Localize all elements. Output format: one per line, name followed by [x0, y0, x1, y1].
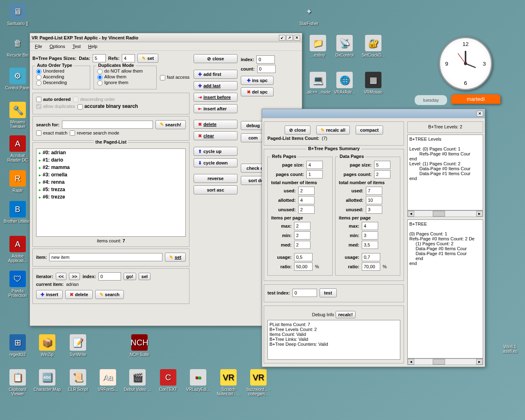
data-page-size[interactable]: [374, 161, 390, 169]
test-index-input[interactable]: [292, 289, 317, 297]
del-spc-button[interactable]: ✖del spc: [241, 87, 274, 96]
search-button[interactable]: ✎search!: [155, 120, 186, 129]
data-usage[interactable]: [362, 253, 380, 261]
data-med[interactable]: [362, 241, 378, 249]
scrollbar[interactable]: ◄►: [407, 210, 483, 217]
close-button-2[interactable]: ⊘close: [194, 54, 237, 63]
accurate-check[interactable]: accurate binary search: [78, 103, 138, 110]
minimize-button[interactable]: ↙: [279, 35, 285, 41]
order-descending[interactable]: Descending: [36, 80, 67, 85]
data-unused[interactable]: [366, 205, 382, 214]
maximize-button[interactable]: ↗: [286, 35, 293, 41]
reverse-button[interactable]: reverse: [194, 174, 237, 183]
list-item[interactable]: #4: renna: [37, 178, 185, 186]
desktop-icon[interactable]: ■■VRLazyEdi...: [184, 369, 212, 392]
sel-button[interactable]: sel: [139, 273, 151, 280]
go-button[interactable]: go!: [123, 273, 136, 280]
titlebar[interactable]: ✕: [262, 109, 485, 118]
desktop-icon[interactable]: 📦WinZip: [33, 334, 62, 357]
clear-button[interactable]: ✖clear: [194, 131, 237, 140]
menu-help[interactable]: Help: [85, 43, 101, 50]
desktop-icon[interactable]: 🔤Character Map: [33, 369, 62, 392]
allow-dup-check[interactable]: allow duplicates: [36, 104, 75, 110]
cycle-down-button[interactable]: ⬇cycle down: [194, 158, 237, 167]
data-used[interactable]: [366, 187, 382, 195]
add-last-button[interactable]: ✚add last: [194, 81, 237, 90]
list-item[interactable]: #6: trezze: [37, 193, 185, 201]
desktop-icon[interactable]: VRScratch Notes.txt - ...: [214, 369, 243, 396]
list-item[interactable]: #0: adrian: [37, 149, 185, 156]
menu-file[interactable]: File: [32, 43, 46, 50]
add-first-button[interactable]: ✚add first: [194, 70, 237, 79]
order-ascending[interactable]: Ascending: [36, 74, 64, 79]
list-item[interactable]: #2: mamma: [37, 164, 185, 171]
desktop-icon[interactable]: CConTEXT: [154, 369, 183, 392]
desktop-icon[interactable]: 🛡Panda Protection: [3, 271, 32, 298]
refs-unused[interactable]: [298, 205, 315, 214]
index-input[interactable]: [98, 272, 121, 281]
scrollbar[interactable]: ◄►: [407, 358, 483, 365]
reverse-search-check[interactable]: reverse search mode: [70, 130, 119, 136]
delete-button[interactable]: ✖delete: [65, 290, 93, 299]
desktop-icon[interactable]: 💻..alc++ ..nsole: [304, 72, 332, 94]
list-item[interactable]: #3: ornella: [37, 171, 185, 178]
desktop-icon[interactable]: 🔐SetCrackD...: [359, 35, 388, 57]
recalc-all-button[interactable]: ✎recalc all: [316, 126, 350, 135]
desktop-icon[interactable]: AaVRFontS...: [94, 369, 122, 392]
rr-count-input[interactable]: [257, 65, 276, 73]
search-input[interactable]: [62, 121, 153, 129]
desktop-icon[interactable]: 📡DxControl: [330, 35, 359, 57]
list-item[interactable]: #5: trezza: [37, 186, 185, 193]
cycle-up-button[interactable]: ⬆cycle up: [194, 147, 237, 156]
refs-pages-count[interactable]: [306, 170, 323, 178]
refs-usage[interactable]: [294, 253, 313, 261]
compact-button[interactable]: compact: [356, 126, 383, 135]
iter-prev-button[interactable]: <<: [56, 273, 67, 280]
rr-index-input[interactable]: [256, 55, 275, 64]
dup-not-allow[interactable]: do NOT allow them: [97, 68, 143, 73]
insert-button[interactable]: ✚insert: [36, 290, 63, 299]
titlebar[interactable]: VRPaged-List EXP Test Applic - by Vincen…: [30, 33, 302, 42]
desktop-icon[interactable]: VRbuzzword... - collegam...: [244, 369, 273, 396]
close-button[interactable]: ✕: [294, 35, 300, 41]
insert-after-button[interactable]: ⇤insert after: [194, 104, 237, 113]
menu-options[interactable]: Options: [46, 43, 68, 50]
delete-button-2[interactable]: ✖delete: [194, 120, 237, 129]
refs-allotted[interactable]: [298, 196, 315, 204]
desktop-icon[interactable]: 📁...estiny: [304, 35, 332, 57]
list-item[interactable]: #1: dario: [37, 156, 185, 164]
insert-before-button[interactable]: ⇥insert before: [194, 93, 237, 102]
data-allotted[interactable]: [366, 196, 382, 204]
close-button-3[interactable]: ⊘close: [285, 126, 310, 135]
data-ratio[interactable]: [362, 262, 380, 271]
tree1-output[interactable]: B+TREE Levels Level: (0) Pages Count: 1 …: [407, 135, 483, 210]
order-unordered[interactable]: Unordered: [36, 68, 64, 73]
desktop-icon[interactable]: ✦StarFisher: [294, 3, 323, 26]
desktop-icon[interactable]: AAcrobat Reader DC: [3, 135, 32, 162]
iter-next-button[interactable]: >>: [69, 273, 80, 280]
desktop-icon[interactable]: Win8.1 .ass8.eu: [495, 345, 524, 354]
menu-test[interactable]: Test: [69, 43, 84, 50]
set-sizes-button[interactable]: ✎set: [137, 54, 158, 63]
desktop-icon[interactable]: AAdobe Applicati...: [3, 236, 32, 263]
data-min[interactable]: [362, 231, 378, 240]
desktop-icon[interactable]: 📜CLR Script: [64, 369, 92, 392]
refs-med[interactable]: [294, 241, 310, 249]
item-input[interactable]: [49, 253, 162, 261]
sort-asc-button[interactable]: sort asc: [194, 185, 237, 194]
refs-min[interactable]: [294, 231, 310, 240]
desktop-icon[interactable]: NCHNCH Suite: [125, 334, 154, 357]
refs-max[interactable]: [294, 222, 310, 230]
desktop-icon[interactable]: 🌐VRAxAstr...: [330, 72, 359, 94]
refs-used[interactable]: [298, 187, 315, 195]
search-button-2[interactable]: ✎search: [95, 290, 124, 299]
desktop-icon[interactable]: 🖥Santuario ][: [3, 3, 32, 26]
exact-match-check[interactable]: exact match: [36, 130, 67, 136]
desktop-icon[interactable]: 📋Clipboard Viewer: [3, 369, 32, 396]
desktop-icon[interactable]: 🗑Recycle Bin: [3, 35, 32, 57]
desc-order-check[interactable]: descending order: [73, 97, 115, 103]
refs-page-size[interactable]: [306, 161, 323, 169]
auto-ordered-check[interactable]: auto ordered: [36, 97, 71, 103]
debug-output[interactable]: PList Items Count: 7 B+Tree Levels Count…: [267, 320, 400, 360]
desktop-icon[interactable]: ⚙Control Panel: [3, 68, 32, 90]
